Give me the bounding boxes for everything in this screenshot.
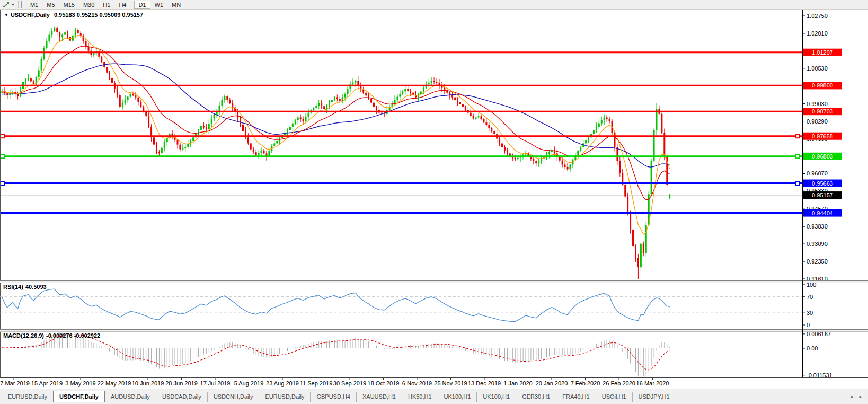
- panel-splitter[interactable]: [0, 281, 868, 283]
- price-level-badge-text: 0.94404: [812, 210, 833, 216]
- toolbar: ▼ M1M5M15M30H1H4D1W1MN: [0, 0, 868, 10]
- timeframe-button-mn[interactable]: MN: [167, 1, 185, 9]
- line-handle[interactable]: [796, 181, 800, 185]
- current-price-badge-text: 0.95157: [812, 192, 833, 198]
- chart-tab[interactable]: UK100,H1: [476, 392, 516, 402]
- price-axis-label: 1.00530: [807, 65, 828, 72]
- rsi-indicator-label: RSI(14)40.5093: [3, 284, 49, 290]
- chart-tab[interactable]: USDCNH,Daily: [207, 392, 259, 402]
- date-label: 16 Mar 2020: [636, 380, 669, 387]
- macd-indicator-label: MACD(12,26,9)-0.000276 -0.002922: [3, 332, 102, 339]
- price-level-badge-text: 0.99800: [812, 82, 833, 89]
- timeframe-button-d1[interactable]: D1: [134, 1, 150, 9]
- chart-tabs-bar: EURUSD,DailyUSDCHF,DailyAUDUSD,DailyUSDC…: [0, 389, 868, 404]
- macd-name: MACD(12,26,9): [3, 332, 44, 339]
- chart-tab[interactable]: GBPUSD,H4: [310, 392, 356, 402]
- candle: [666, 154, 668, 187]
- date-label: 6 Nov 2019: [402, 380, 432, 387]
- chart-tab[interactable]: FRA40,H1: [556, 392, 595, 402]
- date-label: 10 Jun 2019: [132, 380, 164, 387]
- price-axis-label: 1.02750: [807, 13, 828, 19]
- chart-tab[interactable]: EURUSD,Daily: [2, 392, 53, 402]
- chart-tab[interactable]: GER30,H1: [516, 392, 556, 402]
- macd-values: -0.000276 -0.002922: [46, 332, 100, 339]
- tab-scroll-arrows: ◄►: [849, 394, 863, 399]
- price-axis-label: 0.92350: [807, 258, 828, 265]
- chart-tab[interactable]: EURUSD,Daily: [259, 392, 310, 402]
- date-label: 27 Mar 2019: [0, 380, 30, 387]
- chart-tab[interactable]: HK50,H1: [402, 392, 438, 402]
- date-label: 7 Feb 2020: [571, 380, 600, 387]
- price-level-badge-text: 0.96803: [812, 153, 833, 160]
- date-label: 13 Dec 2019: [468, 380, 501, 387]
- panel-splitter[interactable]: [0, 330, 868, 331]
- candle: [651, 159, 652, 195]
- price-level-badge-text: 1.01207: [812, 49, 833, 56]
- date-label: 26 Feb 2020: [603, 380, 635, 387]
- chart-symbol-period: USDCHF,Daily: [11, 12, 50, 18]
- date-label: 17 Jul 2019: [200, 380, 231, 387]
- price-axis-label: 0.93090: [807, 241, 828, 247]
- tabs-scroll-left-icon[interactable]: ◄: [849, 394, 853, 399]
- dropdown-caret-icon[interactable]: ▼: [11, 3, 15, 6]
- line-handle[interactable]: [796, 134, 800, 138]
- timeframe-button-h1[interactable]: H1: [99, 1, 114, 9]
- tabs-scroll-right-icon[interactable]: ►: [858, 394, 863, 399]
- candle: [661, 113, 662, 134]
- price-chart-canvas[interactable]: 1.027501.020101.005300.990300.982900.975…: [0, 10, 868, 389]
- line-handle[interactable]: [796, 154, 800, 158]
- line-tool-button[interactable]: ▼: [1, 1, 16, 8]
- price-axis-label: 0.99030: [807, 101, 828, 107]
- timeframe-button-h4[interactable]: H4: [114, 1, 130, 9]
- chart-tab[interactable]: USDCHF,Daily: [53, 391, 105, 402]
- price-axis-label: 0.96070: [807, 170, 828, 177]
- date-label: 1 Jan 2020: [503, 380, 532, 387]
- date-label: 5 Aug 2019: [234, 380, 264, 387]
- macd-axis-label: 0.006167: [807, 331, 831, 337]
- line-tool-icon: [3, 1, 10, 8]
- toolbar-grip[interactable]: [21, 1, 23, 8]
- timeframe-button-m1[interactable]: M1: [26, 1, 42, 9]
- toolbar-separator: [132, 1, 132, 8]
- line-handle[interactable]: [1, 181, 4, 185]
- price-level-badge-text: 0.95663: [812, 180, 833, 187]
- price-axis-label: 0.93830: [807, 223, 828, 230]
- chart-tab[interactable]: USDCAD,Daily: [156, 392, 207, 402]
- chart-tab[interactable]: UK100,H1: [438, 392, 477, 402]
- price-level-badge-text: 0.98703: [812, 108, 833, 115]
- chart-tab[interactable]: XAUUSD,H1: [356, 392, 402, 402]
- timeframe-button-m5[interactable]: M5: [42, 1, 59, 9]
- date-label: 15 Apr 2019: [31, 380, 63, 387]
- price-level-badge-text: 0.97658: [812, 133, 833, 139]
- candle: [645, 221, 647, 257]
- candle: [632, 227, 634, 248]
- chart-tab[interactable]: AUDUSD,Daily: [105, 392, 156, 402]
- rsi-axis-label: 100: [807, 282, 816, 288]
- chart-tab[interactable]: USDJPY,H1: [632, 392, 676, 402]
- rsi-axis-label: 0: [807, 322, 810, 328]
- toolbar-separator: [187, 1, 187, 8]
- date-label: 25 Nov 2019: [434, 380, 467, 387]
- candle: [640, 242, 642, 271]
- chart-ohlc-values: 0.95183 0.95215 0.95009 0.95157: [54, 12, 143, 18]
- date-label: 3 May 2019: [65, 380, 95, 387]
- date-label: 23 Aug 2019: [266, 380, 299, 387]
- price-axis-label: 0.98290: [807, 118, 828, 125]
- macd-axis-label: -0.011531: [807, 372, 832, 379]
- rsi-axis-label: 70: [807, 294, 813, 300]
- timeframe-button-w1[interactable]: W1: [150, 1, 168, 9]
- line-handle[interactable]: [1, 134, 4, 138]
- rsi-name: RSI(14): [3, 284, 23, 290]
- chart-title: ▼USDCHF,Daily0.95183 0.95215 0.95009 0.9…: [4, 12, 143, 18]
- date-label: 30 Sep 2019: [333, 380, 366, 387]
- date-label: 11 Sep 2019: [300, 380, 333, 387]
- candle: [43, 46, 45, 61]
- timeframe-button-m30[interactable]: M30: [79, 1, 99, 9]
- collapse-chart-arrow-icon[interactable]: ▼: [4, 13, 8, 17]
- price-axis-label: 1.02010: [807, 30, 828, 37]
- chart-tab[interactable]: USOil,H1: [596, 392, 632, 402]
- rsi-axis-label: 30: [807, 310, 813, 316]
- line-handle[interactable]: [1, 154, 4, 158]
- timeframe-button-m15[interactable]: M15: [59, 1, 79, 9]
- date-label: 22 May 2019: [98, 380, 131, 387]
